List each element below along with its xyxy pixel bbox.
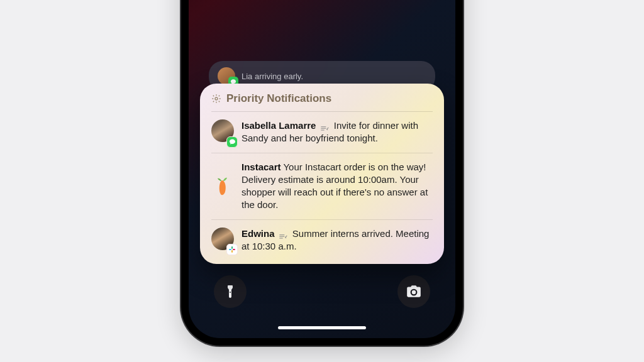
summary-icon (279, 231, 289, 238)
camera-button[interactable] (397, 275, 430, 308)
lock-screen: Lia arriving early. Priority Notificatio… (189, 0, 455, 338)
messages-app-icon (226, 136, 238, 148)
svg-rect-3 (231, 246, 233, 249)
instacart-icon (211, 161, 234, 212)
avatar (218, 67, 235, 85)
phone-frame: Lia arriving early. Priority Notificatio… (181, 0, 463, 346)
home-indicator[interactable] (278, 326, 366, 329)
notification-item[interactable]: Isabella Lamarre Invite for dinner with … (211, 112, 433, 153)
slack-app-icon (226, 244, 238, 255)
flashlight-button[interactable] (214, 275, 247, 308)
camera-icon (406, 283, 422, 300)
notification-stack: Lia arriving early. Priority Notificatio… (200, 53, 444, 264)
summary-icon (320, 123, 330, 130)
notification-sender: Edwina (242, 228, 275, 239)
notification-body: Isabella Lamarre Invite for dinner with … (242, 119, 433, 145)
priority-notifications-card[interactable]: Priority Notifications Isabella Lamarre (200, 84, 444, 264)
svg-rect-2 (233, 249, 235, 250)
card-title: Priority Notifications (226, 92, 331, 105)
svg-rect-4 (231, 250, 233, 253)
card-header: Priority Notifications (211, 92, 433, 112)
peek-message: Lia arriving early. (242, 72, 303, 81)
priority-gear-icon (211, 94, 221, 104)
notification-body: Instacart Your Instacart order is on the… (242, 161, 433, 212)
notification-sender: Instacart (242, 162, 281, 172)
notification-sender: Isabella Lamarre (242, 120, 316, 131)
notification-item[interactable]: Edwina Summer interns arrived. Meeting a… (211, 220, 433, 255)
svg-point-0 (215, 97, 218, 100)
notification-body: Edwina Summer interns arrived. Meeting a… (242, 228, 433, 253)
svg-rect-1 (229, 249, 231, 250)
notification-item[interactable]: Instacart Your Instacart order is on the… (211, 153, 433, 220)
lock-screen-actions (189, 275, 455, 308)
flashlight-icon (223, 284, 238, 299)
